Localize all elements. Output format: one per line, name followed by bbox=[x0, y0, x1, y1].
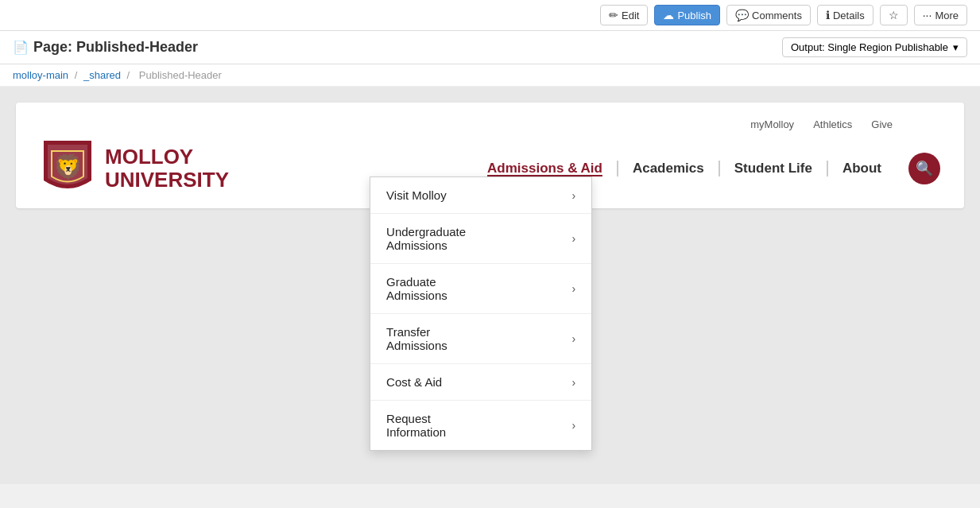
top-nav-athletics[interactable]: Athletics bbox=[813, 118, 852, 130]
content-area: myMolloy Athletics Give 🦁 MOLLOY UNIVERS… bbox=[0, 87, 980, 484]
dropdown-item-label: Visit Molloy bbox=[386, 188, 447, 202]
dropdown-cost-aid[interactable]: Cost & Aid › bbox=[370, 364, 591, 401]
university-header-preview: myMolloy Athletics Give 🦁 MOLLOY UNIVERS… bbox=[16, 103, 964, 208]
admissions-dropdown: Visit Molloy › UndergraduateAdmissions ›… bbox=[370, 176, 592, 451]
more-button[interactable]: ··· More bbox=[914, 5, 967, 25]
dropdown-undergraduate-admissions[interactable]: UndergraduateAdmissions › bbox=[370, 214, 591, 264]
comments-button[interactable]: 💬 Comments bbox=[726, 5, 811, 25]
dropdown-transfer-admissions[interactable]: TransferAdmissions › bbox=[370, 314, 591, 364]
dropdown-item-label: UndergraduateAdmissions bbox=[386, 225, 466, 252]
publish-icon: ☁ bbox=[663, 9, 674, 21]
output-selector[interactable]: Output: Single Region Publishable ▾ bbox=[782, 37, 967, 57]
breadcrumb-sep1: / bbox=[75, 69, 80, 81]
logo-area: 🦁 MOLLOY UNIVERSITY bbox=[40, 137, 229, 200]
top-nav-mymolloy[interactable]: myMolloy bbox=[750, 118, 794, 130]
chevron-right-icon: › bbox=[571, 232, 575, 245]
chevron-down-icon: ▾ bbox=[953, 41, 959, 53]
university-name-line2: UNIVERSITY bbox=[105, 169, 229, 192]
comments-icon: 💬 bbox=[735, 9, 749, 21]
page-title-area: 📄 Page: Published-Header bbox=[13, 39, 198, 56]
chevron-right-icon: › bbox=[571, 189, 575, 202]
output-label: Output: Single Region Publishable bbox=[791, 41, 948, 53]
breadcrumb-part2[interactable]: _shared bbox=[83, 69, 121, 81]
nav-about[interactable]: About bbox=[827, 161, 896, 176]
toolbar: ✏ Edit ☁ Publish 💬 Comments ℹ Details ☆ … bbox=[0, 0, 980, 31]
dropdown-item-label: TransferAdmissions bbox=[386, 325, 447, 352]
breadcrumb-part3: Published-Header bbox=[139, 69, 222, 81]
top-nav-give[interactable]: Give bbox=[871, 118, 893, 130]
star-icon: ☆ bbox=[889, 9, 899, 21]
university-logo: 🦁 bbox=[40, 137, 95, 200]
breadcrumb: molloy-main / _shared / Published-Header bbox=[0, 64, 980, 87]
nav-academics[interactable]: Academics bbox=[617, 161, 719, 176]
chevron-right-icon: › bbox=[571, 332, 575, 345]
nav-admissions-aid[interactable]: Admissions & Aid ☞ bbox=[473, 161, 617, 176]
publish-label: Publish bbox=[677, 10, 711, 21]
comments-label: Comments bbox=[752, 10, 802, 21]
search-button[interactable]: 🔍 bbox=[908, 153, 940, 184]
university-name-line1: MOLLOY bbox=[105, 145, 229, 169]
star-button[interactable]: ☆ bbox=[880, 5, 908, 25]
university-name: MOLLOY UNIVERSITY bbox=[105, 145, 229, 191]
top-nav: myMolloy Athletics Give bbox=[40, 118, 940, 130]
dropdown-visit-molloy[interactable]: Visit Molloy › bbox=[370, 177, 591, 214]
main-header-row: 🦁 MOLLOY UNIVERSITY Admissions & Aid ☞ bbox=[40, 137, 940, 208]
main-nav: Admissions & Aid ☞ Visit Molloy › Underg… bbox=[473, 161, 896, 176]
page-title: Page: Published-Header bbox=[33, 39, 198, 56]
more-label: More bbox=[935, 10, 959, 21]
chevron-right-icon: › bbox=[571, 419, 575, 432]
edit-label: Edit bbox=[622, 10, 639, 21]
edit-button[interactable]: ✏ Edit bbox=[600, 5, 648, 25]
admissions-nav-item: Admissions & Aid ☞ Visit Molloy › Underg… bbox=[473, 161, 617, 176]
chevron-right-icon: › bbox=[571, 376, 575, 389]
dropdown-request-information[interactable]: RequestInformation › bbox=[370, 401, 591, 450]
dropdown-item-label: Cost & Aid bbox=[386, 375, 442, 389]
edit-icon: ✏ bbox=[609, 9, 618, 21]
info-icon: ℹ bbox=[826, 9, 830, 21]
dots-icon: ··· bbox=[923, 9, 932, 21]
chevron-right-icon: › bbox=[571, 282, 575, 295]
publish-button[interactable]: ☁ Publish bbox=[654, 5, 720, 25]
dropdown-graduate-admissions[interactable]: GraduateAdmissions › bbox=[370, 264, 591, 314]
page-icon: 📄 bbox=[13, 40, 29, 55]
details-label: Details bbox=[833, 10, 865, 21]
search-icon: 🔍 bbox=[916, 160, 933, 177]
page-header: 📄 Page: Published-Header Output: Single … bbox=[0, 31, 980, 64]
breadcrumb-sep2: / bbox=[127, 69, 133, 81]
dropdown-item-label: GraduateAdmissions bbox=[386, 275, 447, 302]
nav-student-life[interactable]: Student Life bbox=[719, 161, 827, 176]
breadcrumb-part1[interactable]: molloy-main bbox=[13, 69, 68, 81]
dropdown-item-label: RequestInformation bbox=[386, 412, 446, 439]
svg-text:🦁: 🦁 bbox=[53, 153, 83, 181]
details-button[interactable]: ℹ Details bbox=[817, 5, 873, 25]
